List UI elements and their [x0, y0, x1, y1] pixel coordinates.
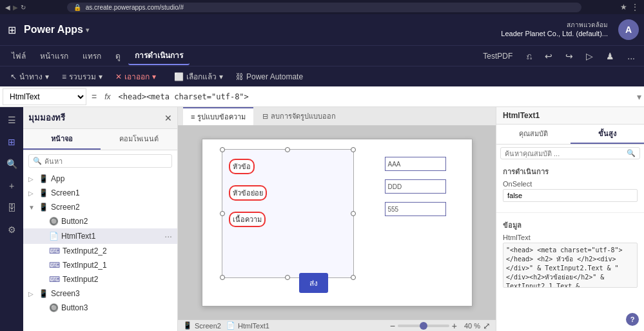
canvas-tabs: ≡ รูปแบบข้อความ ⊟ ลบการจัดรูปแบบออก — [178, 107, 496, 126]
handle-tl[interactable] — [220, 147, 225, 152]
environment-info: สภาพแวดล้อม Leader Planet Co., Ltd. (def… — [501, 21, 608, 38]
onselect-prop: OnSelect — [503, 180, 638, 202]
handle-ml[interactable] — [220, 211, 225, 216]
input-field-1[interactable]: AAA — [385, 157, 446, 171]
button3-label: Button3 — [61, 303, 172, 312]
app-title-text: Power Apps — [24, 24, 83, 35]
tab-text-format[interactable]: ≡ รูปแบบข้อความ — [183, 107, 253, 125]
clear-format-icon: ⊟ — [262, 112, 268, 121]
collect-button[interactable]: ≡ รวบรวม ▾ — [57, 68, 108, 85]
tree-item-app[interactable]: ▷ 📱 App — [23, 172, 177, 186]
tree-search-box[interactable]: 🔍 — [28, 154, 172, 168]
htmltext1-more[interactable]: ··· — [164, 231, 172, 241]
tree-item-screen3[interactable]: ▷ 📱 Screen3 — [23, 286, 177, 301]
menu-file[interactable]: ไฟล์ — [5, 47, 32, 65]
tab-screens[interactable]: หน้าจอ — [23, 129, 101, 150]
toolbar-play[interactable]: ▷ — [582, 49, 597, 63]
formula-input[interactable] — [116, 91, 634, 103]
fullscreen-icon[interactable]: ⤢ — [483, 321, 491, 331]
close-panel-button[interactable]: ✕ — [164, 113, 172, 123]
automate-button[interactable]: ⛓ Power Automate — [231, 70, 308, 83]
tree-item-button2[interactable]: 🔘 Button2 — [23, 214, 177, 228]
zoom-thumb — [420, 322, 427, 330]
form-container[interactable]: หัวข้อ หัวข้อย่อย เนื้อความ — [222, 149, 354, 278]
tree-item-screen1[interactable]: ▷ 📱 Screen1 — [23, 186, 177, 200]
toolbar-icon-1[interactable]: ⎌ — [523, 49, 536, 63]
right-tab-properties[interactable]: คุณสมบัติ — [496, 125, 571, 144]
test-pdf-button[interactable]: TestPDF — [478, 50, 518, 63]
tree-item-button3[interactable]: 🔘 Button3 — [23, 301, 177, 315]
property-selector[interactable]: HtmlText — [3, 88, 86, 105]
data-icon[interactable]: 🗄 — [1, 197, 22, 218]
collect-icon: ≡ — [62, 72, 66, 81]
textinput2-2-label: TextInput2_2 — [63, 246, 172, 256]
tree-item-textinput2-1[interactable]: ⌨ TextInput2_1 — [23, 258, 177, 272]
onselect-input[interactable] — [503, 189, 638, 202]
menu-action[interactable]: การดำเนินการ — [128, 46, 190, 65]
input-field-2[interactable]: DDD — [385, 179, 446, 194]
handle-tm[interactable] — [285, 147, 290, 152]
settings-side-icon[interactable]: ⚙ — [1, 219, 22, 240]
textinput2-label: TextInput2 — [63, 275, 172, 284]
toolbar-redo[interactable]: ↪ — [561, 49, 577, 63]
toolbar-user[interactable]: ♟ — [602, 49, 618, 63]
tree-search-input[interactable] — [44, 157, 168, 165]
handle-tr[interactable] — [351, 147, 356, 152]
app-title-chevron[interactable]: ▾ — [86, 26, 89, 34]
tree-view-title: มุมมองทรี — [28, 111, 65, 125]
browser-url[interactable]: 🔒 as.create.powerapps.com/studio/# — [67, 3, 581, 12]
tree-item-textinput2-2[interactable]: ⌨ TextInput2_2 — [23, 244, 177, 258]
zoom-minus[interactable]: − — [390, 321, 395, 331]
handle-br[interactable] — [351, 275, 356, 280]
help-button[interactable]: ? — [626, 313, 639, 326]
input-value-1: AAA — [388, 161, 401, 168]
right-tab-advanced[interactable]: ขั้นสูง — [571, 125, 645, 144]
app-icon: 📱 — [39, 174, 48, 183]
action-bar: ↖ นำทาง ▾ ≡ รวบรวม ▾ ✕ เอาออก ▾ ⬜ เลือกแ… — [0, 66, 644, 86]
browser-back[interactable]: ◀ — [5, 4, 10, 11]
right-search-input[interactable] — [505, 150, 624, 157]
select-chevron: ▾ — [219, 72, 223, 81]
canvas-workspace[interactable]: หัวข้อ หัวข้อย่อย เนื้อความ AAA DDD — [178, 126, 496, 319]
menu-insert[interactable]: แทรก — [76, 47, 108, 65]
menu-view[interactable]: ดู — [109, 47, 127, 65]
right-search-box[interactable]: 🔍 — [500, 147, 640, 159]
tab-components[interactable]: คอมโพเนนต์ — [101, 129, 178, 150]
user-avatar[interactable]: A — [618, 19, 639, 40]
screen1-expand-icon: ▷ — [28, 190, 36, 197]
browser-forward[interactable]: ▶ — [13, 4, 18, 11]
zoom-slider[interactable] — [398, 325, 449, 327]
add-control-icon[interactable]: + — [1, 176, 22, 196]
htmltext-value[interactable]: "<head> <meta charset="utf-8"> </head> <… — [503, 243, 638, 288]
remove-button[interactable]: ✕ เอาออก ▾ — [110, 68, 161, 85]
handle-bl[interactable] — [220, 275, 225, 280]
element-icon: 📄 — [226, 321, 235, 330]
toolbar-more[interactable]: ... — [623, 49, 639, 63]
handle-mr[interactable] — [351, 211, 356, 216]
handle-bm[interactable] — [285, 275, 290, 280]
remove-label: เอาออก — [124, 70, 150, 83]
zoom-plus[interactable]: + — [452, 321, 457, 331]
fx-label: fx — [102, 92, 113, 101]
toolbar-undo[interactable]: ↩ — [541, 49, 556, 63]
input-field-3[interactable]: 555 — [385, 202, 446, 216]
hamburger-menu-icon[interactable]: ☰ — [1, 110, 22, 130]
element-name: HtmlText1 — [238, 322, 269, 330]
grid-menu-icon[interactable]: ⊞ — [5, 21, 19, 39]
navigate-button[interactable]: ↖ นำทาง ▾ — [5, 68, 54, 85]
tab-clear-format[interactable]: ⊟ ลบการจัดรูปแบบออก — [255, 108, 344, 125]
search-side-icon[interactable]: 🔍 — [1, 154, 22, 174]
formula-expand[interactable]: ▾ — [637, 92, 641, 102]
browser-reload[interactable]: ↻ — [21, 4, 26, 11]
tree-item-textinput2[interactable]: ⌨ TextInput2 — [23, 272, 177, 286]
equals-sign: = — [89, 92, 99, 102]
layers-icon[interactable]: ⊞ — [1, 132, 22, 152]
env-label: สภาพแวดล้อม — [501, 21, 608, 29]
submit-button[interactable]: ส่ง — [299, 273, 328, 293]
app-label: App — [51, 174, 172, 183]
tree-item-htmltext1[interactable]: 📄 HtmlText1 ··· — [23, 228, 177, 244]
select-button[interactable]: ⬜ เลือกแล้ว ▾ — [169, 68, 228, 85]
menu-home[interactable]: หน้าแรก — [34, 47, 75, 65]
tree-item-screen2[interactable]: ▼ 📱 Screen2 — [23, 200, 177, 214]
right-panel-title: HtmlText1 — [503, 111, 540, 120]
